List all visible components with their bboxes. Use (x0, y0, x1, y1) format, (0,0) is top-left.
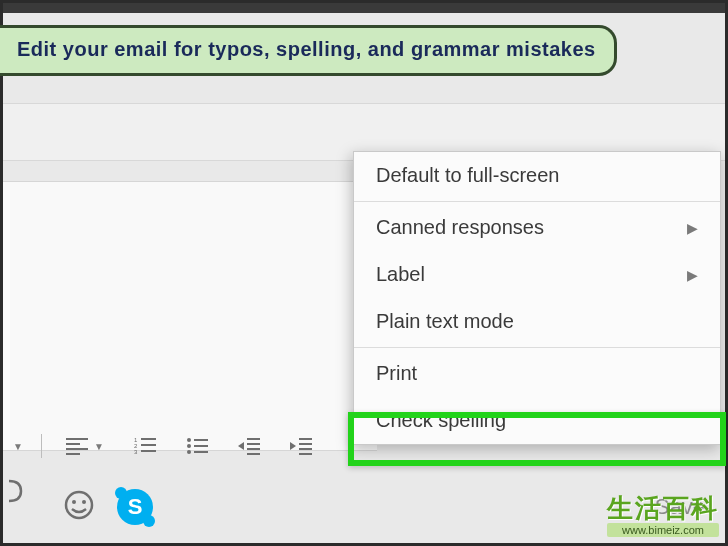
svg-rect-17 (247, 438, 260, 440)
menu-item-label: Default to full-screen (376, 164, 559, 187)
menu-item-plain-text[interactable]: Plain text mode (354, 298, 720, 345)
instruction-text: Edit your email for typos, spelling, and… (17, 38, 596, 60)
window-chrome-strip (3, 3, 725, 13)
svg-rect-24 (299, 448, 312, 450)
svg-rect-9 (141, 450, 156, 452)
svg-point-27 (72, 500, 76, 504)
svg-rect-13 (194, 439, 208, 441)
svg-marker-21 (290, 442, 296, 450)
align-icon (66, 437, 88, 455)
indent-button[interactable] (284, 433, 318, 459)
svg-rect-3 (66, 453, 80, 455)
svg-rect-8 (141, 444, 156, 446)
menu-item-label-submenu[interactable]: Label ▶ (354, 251, 720, 298)
screenshot-stage: Edit your email for typos, spelling, and… (0, 0, 728, 546)
watermark-cn: 生活百科 (607, 494, 719, 523)
svg-rect-18 (247, 443, 260, 445)
emoji-icon (63, 489, 95, 521)
numbered-list-icon: 1 2 3 (134, 437, 156, 455)
svg-rect-20 (247, 453, 260, 455)
source-watermark: 生活百科 www.bimeiz.com (607, 494, 719, 537)
svg-rect-0 (66, 438, 88, 440)
svg-point-28 (82, 500, 86, 504)
menu-item-label: Print (376, 362, 417, 385)
skype-button[interactable]: S (117, 489, 153, 525)
menu-item-fullscreen[interactable]: Default to full-screen (354, 152, 720, 199)
menu-item-label: Plain text mode (376, 310, 514, 333)
menu-divider (354, 201, 720, 202)
bulleted-list-icon (186, 437, 208, 455)
overflow-caret-icon[interactable]: ▼ (13, 441, 23, 452)
svg-rect-25 (299, 453, 312, 455)
watermark-url: www.bimeiz.com (607, 523, 719, 537)
svg-rect-14 (194, 445, 208, 447)
svg-rect-2 (66, 448, 88, 450)
menu-item-check-spelling[interactable]: Check spelling (354, 397, 720, 444)
body-band (3, 181, 377, 451)
svg-point-10 (187, 438, 191, 442)
svg-rect-23 (299, 443, 312, 445)
emoji-button[interactable] (63, 489, 95, 525)
menu-divider (354, 347, 720, 348)
outdent-button[interactable] (232, 433, 266, 459)
svg-point-26 (66, 492, 92, 518)
menu-item-label: Label (376, 263, 425, 286)
menu-item-print[interactable]: Print (354, 350, 720, 397)
caret-icon: ▼ (94, 441, 104, 452)
toolbar-divider (41, 434, 42, 458)
svg-rect-7 (141, 438, 156, 440)
menu-item-canned-responses[interactable]: Canned responses ▶ (354, 204, 720, 251)
more-options-menu: Default to full-screen Canned responses … (353, 151, 721, 445)
svg-rect-1 (66, 443, 80, 445)
submenu-arrow-icon: ▶ (687, 220, 698, 236)
numbered-list-button[interactable]: 1 2 3 (128, 433, 162, 459)
svg-rect-15 (194, 451, 208, 453)
indent-icon (290, 437, 312, 455)
align-button[interactable]: ▼ (60, 433, 110, 459)
submenu-arrow-icon: ▶ (687, 267, 698, 283)
outdent-icon (238, 437, 260, 455)
menu-item-label: Check spelling (376, 409, 506, 432)
instruction-callout: Edit your email for typos, spelling, and… (0, 25, 617, 76)
menu-item-label: Canned responses (376, 216, 544, 239)
svg-rect-22 (299, 438, 312, 440)
svg-point-11 (187, 444, 191, 448)
svg-point-12 (187, 450, 191, 454)
skype-letter: S (128, 494, 143, 520)
svg-text:3: 3 (134, 449, 138, 455)
bulleted-list-button[interactable] (180, 433, 214, 459)
svg-marker-16 (238, 442, 244, 450)
svg-rect-19 (247, 448, 260, 450)
